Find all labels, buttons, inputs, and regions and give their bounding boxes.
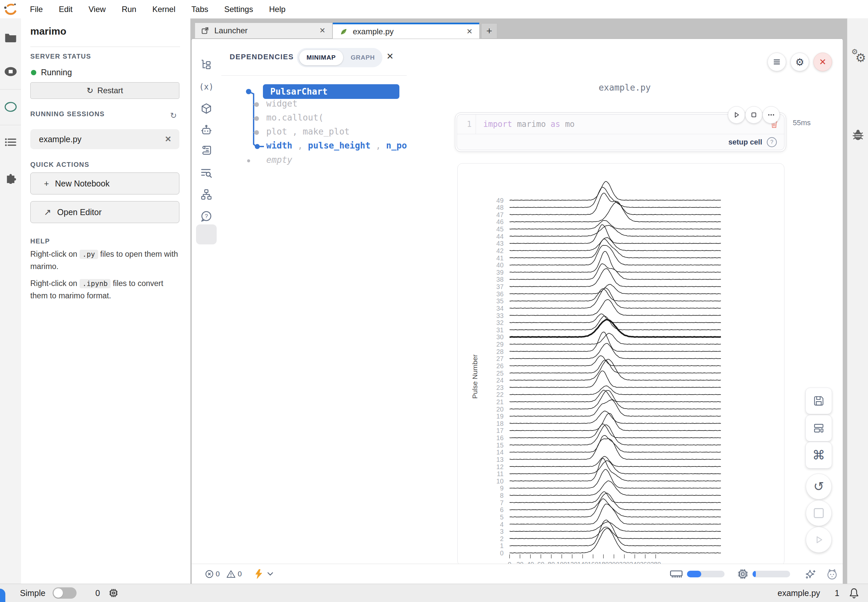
undo-button[interactable]: ↺ xyxy=(806,473,832,499)
ai-sparkle-icon[interactable] xyxy=(805,569,816,579)
packages-cube-icon[interactable] xyxy=(201,103,212,114)
bell-icon[interactable] xyxy=(849,587,859,599)
toggle-minimap[interactable]: MINIMAP xyxy=(299,50,343,65)
errors-icon xyxy=(205,570,214,578)
setup-cell-label: setup cell xyxy=(728,138,762,146)
notebook-menu-button[interactable] xyxy=(767,52,786,71)
svg-text:5: 5 xyxy=(500,513,503,521)
variables-icon[interactable]: (x) xyxy=(199,82,213,92)
dependency-minimap-tree: PulsarChartwidgetmo.callout(plot , make_… xyxy=(221,75,407,178)
interrupt-button[interactable] xyxy=(806,500,832,526)
tab-launcher[interactable]: Launcher ✕ xyxy=(195,23,333,38)
ellipsis-icon xyxy=(767,114,775,116)
svg-text:30: 30 xyxy=(496,333,503,341)
close-dependencies-icon[interactable]: ✕ xyxy=(386,51,394,61)
run-mode-bolt-icon[interactable] xyxy=(254,569,263,579)
dependency-node[interactable]: mo.callout( xyxy=(266,112,324,123)
running-sessions-icon[interactable] xyxy=(4,67,17,77)
open-editor-button[interactable]: ↗ Open Editor xyxy=(30,201,179,223)
new-notebook-button[interactable]: + New Notebook xyxy=(30,172,179,195)
close-launcher-tab-icon[interactable]: ✕ xyxy=(319,26,325,35)
restart-button[interactable]: ↻ Restart xyxy=(30,82,179,99)
dependencies-sitemap-icon[interactable] xyxy=(201,189,212,200)
toggle-graph[interactable]: GRAPH xyxy=(343,54,382,61)
debugger-bug-icon[interactable] xyxy=(852,128,864,141)
svg-text:19: 19 xyxy=(496,413,503,420)
menu-file[interactable]: File xyxy=(30,5,43,14)
svg-text:18: 18 xyxy=(496,420,503,427)
dependency-node[interactable]: empty xyxy=(266,155,292,165)
code-text[interactable]: import marimo as mo xyxy=(483,120,575,129)
chevron-down-icon[interactable] xyxy=(267,572,273,576)
setup-help-icon[interactable]: ? xyxy=(767,137,777,147)
menu-kernel[interactable]: Kernel xyxy=(152,5,175,14)
statusbar-corner-accent xyxy=(0,589,5,602)
ai-robot-icon[interactable] xyxy=(200,124,212,136)
file-explorer-tree-icon[interactable] xyxy=(201,59,212,71)
svg-text:260: 260 xyxy=(640,561,651,564)
keyboard-shortcuts-button[interactable]: ⌘ xyxy=(805,442,832,468)
cell-more-button[interactable] xyxy=(762,106,780,123)
help-bubble-icon[interactable]: ? xyxy=(201,210,212,222)
menu-run[interactable]: Run xyxy=(122,5,136,14)
marimo-panel-icon[interactable] xyxy=(4,101,17,112)
menu-view[interactable]: View xyxy=(89,5,106,14)
active-icon-background xyxy=(196,224,217,244)
property-inspector-gears-icon[interactable]: ⚙ ⚙ xyxy=(851,49,865,65)
logs-scroll-icon[interactable] xyxy=(201,145,212,156)
notebook-settings-button[interactable]: ⚙ xyxy=(790,52,809,71)
svg-text:34: 34 xyxy=(496,305,503,312)
marimo-leaf-icon xyxy=(339,28,348,35)
svg-text:32: 32 xyxy=(496,319,503,326)
run-cell-button[interactable] xyxy=(728,106,745,123)
menu-settings[interactable]: Settings xyxy=(224,5,253,14)
dependency-node[interactable]: PulsarChart xyxy=(263,84,399,99)
example-tab-label: example.py xyxy=(353,27,394,36)
tab-example-py[interactable]: example.py ✕ xyxy=(333,23,479,38)
right-activity-rail: ⚙ ⚙ xyxy=(847,18,868,584)
help-paragraph-ipynb: Right-click on .ipynb files to convert t… xyxy=(30,277,178,302)
marimo-sidebar: marimo SERVER STATUS Running ↻ Restart R… xyxy=(21,18,190,584)
session-item[interactable]: example.py ✕ xyxy=(30,129,179,149)
play-icon xyxy=(733,112,740,118)
dependency-node[interactable]: plot , make_plot xyxy=(266,126,350,137)
dependency-node[interactable]: width , pulse_height , n_poi xyxy=(266,141,407,150)
menu-edit[interactable]: Edit xyxy=(59,5,72,14)
extension-manager-puzzle-icon[interactable] xyxy=(4,171,17,184)
svg-text:80: 80 xyxy=(548,561,555,564)
close-session-icon[interactable]: ✕ xyxy=(165,135,172,144)
new-notebook-label: New Notebook xyxy=(55,179,109,189)
menu-help[interactable]: Help xyxy=(269,5,285,14)
dependency-node[interactable]: widget xyxy=(266,98,298,109)
svg-text:39: 39 xyxy=(496,269,503,276)
launcher-tab-icon xyxy=(201,27,209,35)
menu-tabs[interactable]: Tabs xyxy=(192,5,209,14)
svg-text:37: 37 xyxy=(496,283,503,290)
refresh-sessions-icon[interactable]: ↻ xyxy=(170,111,177,120)
close-example-tab-icon[interactable]: ✕ xyxy=(467,27,472,36)
svg-text:35: 35 xyxy=(496,297,503,305)
svg-text:9: 9 xyxy=(500,484,503,492)
snippets-search-icon[interactable] xyxy=(201,167,212,178)
table-of-contents-icon[interactable] xyxy=(5,138,17,147)
rail-divider xyxy=(0,125,21,125)
notebook-shutdown-button[interactable]: ✕ xyxy=(813,52,832,71)
svg-text:120: 120 xyxy=(567,561,577,564)
svg-text:1: 1 xyxy=(500,542,503,550)
cpu-usage-bar xyxy=(753,571,790,577)
notebook-filename-title: example.py xyxy=(541,83,708,92)
svg-text:2: 2 xyxy=(500,535,503,542)
save-button[interactable] xyxy=(805,388,832,414)
svg-text:49: 49 xyxy=(496,197,503,204)
new-tab-button[interactable]: + xyxy=(481,23,497,38)
ipynb-extension-chip: .ipynb xyxy=(80,279,111,288)
assistant-cat-icon[interactable] xyxy=(826,568,838,580)
run-all-button[interactable] xyxy=(806,527,832,553)
svg-text:60: 60 xyxy=(538,561,544,564)
file-browser-icon[interactable] xyxy=(5,32,17,42)
stop-cell-button[interactable] xyxy=(745,106,762,123)
layout-toggle-button[interactable] xyxy=(805,415,832,442)
kernel-chip-icon[interactable] xyxy=(109,588,118,598)
simple-mode-toggle[interactable] xyxy=(52,587,77,599)
dependencies-title: DEPENDENCIES xyxy=(230,52,294,61)
